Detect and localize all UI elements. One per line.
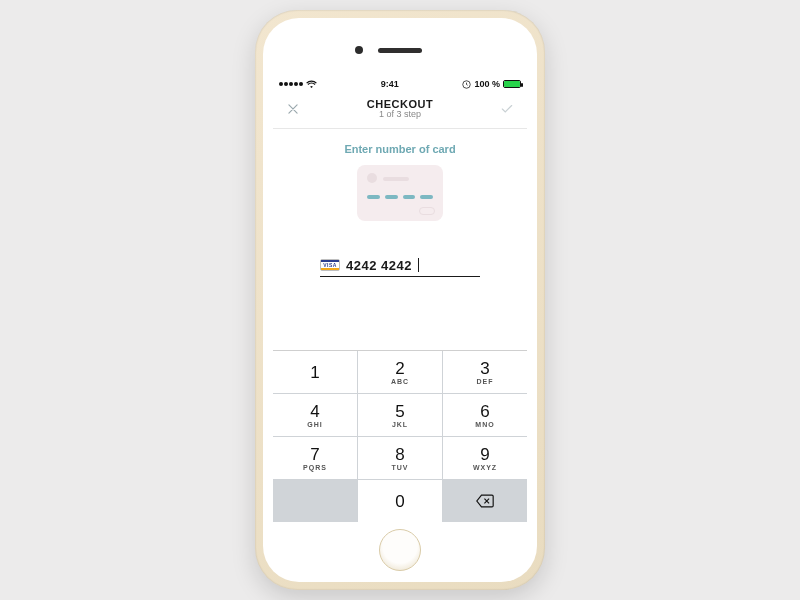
key-7[interactable]: 7PQRS xyxy=(273,437,357,479)
close-icon xyxy=(286,102,300,116)
key-3[interactable]: 3DEF xyxy=(443,351,527,393)
status-time: 9:41 xyxy=(381,79,399,89)
key-8[interactable]: 8TUV xyxy=(358,437,442,479)
battery-icon xyxy=(503,80,521,88)
key-backspace[interactable] xyxy=(443,480,527,522)
key-0[interactable]: 0 xyxy=(358,480,442,522)
speaker xyxy=(378,48,422,53)
backspace-icon xyxy=(475,494,495,508)
orientation-lock-icon xyxy=(462,80,471,89)
card-illustration xyxy=(357,165,443,221)
key-blank xyxy=(273,480,357,522)
key-1[interactable]: 1 xyxy=(273,351,357,393)
key-4[interactable]: 4GHI xyxy=(273,394,357,436)
card-number-input[interactable]: VISA 4242 4242 xyxy=(320,255,480,277)
key-6[interactable]: 6MNO xyxy=(443,394,527,436)
status-left xyxy=(279,80,317,88)
confirm-button[interactable] xyxy=(497,99,517,119)
status-right: 100 % xyxy=(462,79,521,89)
battery-percentage: 100 % xyxy=(474,79,500,89)
close-button[interactable] xyxy=(283,99,303,119)
card-number-value: 4242 4242 xyxy=(346,258,412,273)
numeric-keypad: 1 2ABC 3DEF 4GHI 5JKL 6MNO 7PQRS 8TUV 9W… xyxy=(273,350,527,522)
content: Enter number of card VISA 4242 4242 xyxy=(273,129,527,350)
key-5[interactable]: 5JKL xyxy=(358,394,442,436)
key-2[interactable]: 2ABC xyxy=(358,351,442,393)
phone-body: 9:41 100 % CHECKOUT 1 of 3 step xyxy=(263,18,537,582)
home-button[interactable] xyxy=(379,529,421,571)
signal-icon xyxy=(279,82,303,86)
check-icon xyxy=(500,102,514,116)
wifi-icon xyxy=(306,80,317,88)
visa-icon: VISA xyxy=(320,259,340,271)
phone-frame: 9:41 100 % CHECKOUT 1 of 3 step xyxy=(255,10,545,590)
nav-bar: CHECKOUT 1 of 3 step xyxy=(273,92,527,129)
key-9[interactable]: 9WXYZ xyxy=(443,437,527,479)
nav-title-block: CHECKOUT 1 of 3 step xyxy=(367,98,433,120)
step-indicator: 1 of 3 step xyxy=(367,110,433,120)
front-camera xyxy=(355,46,363,54)
prompt-label: Enter number of card xyxy=(344,143,455,155)
status-bar: 9:41 100 % xyxy=(273,76,527,92)
text-cursor xyxy=(418,258,419,272)
screen: 9:41 100 % CHECKOUT 1 of 3 step xyxy=(273,76,527,522)
